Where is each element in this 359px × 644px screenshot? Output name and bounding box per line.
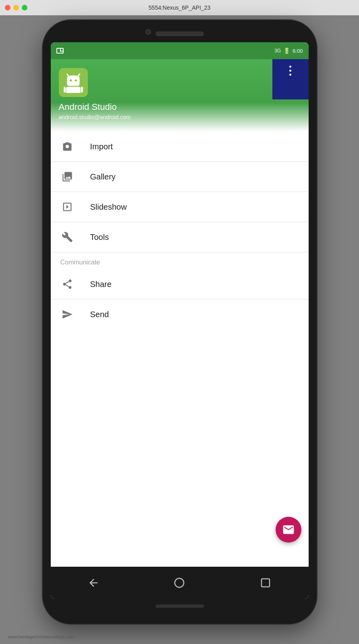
window-title: 5554:Nexus_6P_API_23 — [149, 4, 210, 11]
minimize-button[interactable] — [13, 5, 19, 10]
phone-screen: 3G 🔋 6:00 — [51, 42, 309, 599]
watermark: www.heritagechristiancollege.com — [8, 634, 75, 639]
menu-item-tools[interactable]: Tools — [51, 222, 309, 252]
time-label: 6:00 — [293, 48, 303, 54]
menu-item-send[interactable]: Send — [51, 299, 309, 329]
status-left — [56, 48, 64, 54]
email-icon — [282, 523, 295, 536]
recents-button[interactable] — [255, 573, 276, 593]
share-icon — [60, 277, 74, 291]
title-bar: 5554:Nexus_6P_API_23 — [0, 0, 359, 15]
svg-rect-10 — [261, 579, 270, 587]
home-button[interactable] — [169, 573, 189, 593]
status-right: 3G 🔋 6:00 — [274, 47, 303, 54]
back-button[interactable] — [83, 573, 104, 593]
app-email: android.studio@android.com — [59, 114, 301, 120]
menu-item-gallery[interactable]: Gallery — [51, 162, 309, 192]
gallery-icon — [60, 170, 74, 184]
phone-camera — [145, 29, 151, 35]
send-icon — [60, 308, 74, 321]
menu-item-share[interactable]: Share — [51, 269, 309, 299]
battery-icon: 🔋 — [283, 47, 290, 54]
close-button[interactable] — [5, 5, 10, 10]
back-icon — [87, 577, 100, 589]
window-controls[interactable] — [5, 5, 27, 10]
tools-label: Tools — [90, 233, 109, 242]
share-label: Share — [90, 280, 112, 289]
menu-item-slideshow[interactable]: Slideshow — [51, 192, 309, 222]
overflow-menu-button[interactable] — [289, 66, 291, 76]
svg-point-9 — [175, 578, 184, 588]
app-name: Android Studio — [59, 102, 301, 112]
app-logo — [59, 68, 88, 97]
status-bar: 3G 🔋 6:00 — [51, 42, 309, 59]
svg-rect-5 — [64, 87, 66, 93]
phone-home-bar — [156, 605, 204, 608]
overflow-menu-area — [272, 59, 309, 99]
sim-icon — [56, 48, 64, 54]
send-label: Send — [90, 310, 109, 319]
signal-label: 3G — [274, 48, 281, 54]
navigation-bar — [51, 567, 309, 599]
import-label: Import — [90, 142, 113, 151]
home-icon — [173, 577, 185, 589]
maximize-button[interactable] — [22, 5, 27, 10]
communicate-header: Communicate — [51, 252, 309, 269]
camera-icon — [60, 140, 74, 153]
android-icon — [63, 72, 84, 93]
svg-point-2 — [70, 79, 72, 81]
slideshow-icon — [60, 200, 74, 214]
recents-icon — [259, 577, 272, 589]
phone-speaker — [156, 31, 204, 36]
phone-frame: 3G 🔋 6:00 — [43, 20, 317, 624]
svg-point-3 — [75, 79, 77, 81]
svg-rect-4 — [66, 87, 80, 93]
menu-item-import[interactable]: Import — [51, 132, 309, 161]
slideshow-label: Slideshow — [90, 202, 127, 212]
app-header: Android Studio android.studio@android.co… — [51, 59, 309, 132]
menu-list: Import Gallery Sli — [51, 132, 309, 252]
gallery-label: Gallery — [90, 172, 116, 182]
svg-rect-6 — [81, 87, 83, 93]
tools-icon — [60, 230, 74, 244]
fab-email-button[interactable] — [276, 517, 301, 543]
communicate-section: Communicate Share Send — [51, 252, 309, 329]
